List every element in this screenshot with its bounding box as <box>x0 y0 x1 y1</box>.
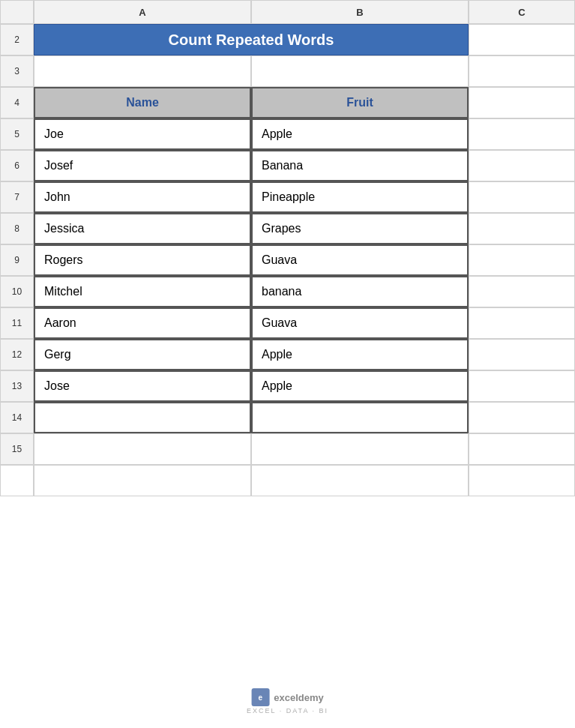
cell-rest-14 <box>469 402 575 433</box>
cell-name-5: Joe <box>34 118 251 150</box>
cell-rest-3 <box>469 55 575 87</box>
row-header-2: 2 <box>0 24 34 55</box>
row-header-13: 13 <box>0 370 34 402</box>
watermark-logo: e exceldemy <box>251 688 324 706</box>
cell-rest-12 <box>469 339 575 370</box>
cell-name-8: Jessica <box>34 213 251 244</box>
row-header-9: 9 <box>0 244 34 276</box>
watermark-icon: e <box>251 688 269 706</box>
cell-fruit-8: Grapes <box>251 213 469 244</box>
cell-fruit-14 <box>251 402 469 433</box>
cell-name-11: Aaron <box>34 307 251 339</box>
watermark-sub: EXCEL · DATA · BI <box>247 707 328 715</box>
cell-rest-15 <box>469 433 575 465</box>
row-header-5: 5 <box>0 118 34 150</box>
cell-rest-6 <box>469 150 575 181</box>
cell-rest-8 <box>469 213 575 244</box>
row-header-8: 8 <box>0 213 34 244</box>
col-header-a: A <box>34 0 251 24</box>
row-header-10: 10 <box>0 276 34 307</box>
cell-b15 <box>34 433 251 465</box>
row-header-6: 6 <box>0 150 34 181</box>
cell-fruit-9: Guava <box>251 244 469 276</box>
corner-header <box>0 0 34 24</box>
table-header-name: Name <box>34 87 251 118</box>
cell-fruit-7: Pineapple <box>251 181 469 213</box>
cell-name-14 <box>34 402 251 433</box>
row-header-7: 7 <box>0 181 34 213</box>
cell-rest-10 <box>469 276 575 307</box>
row-header-3: 3 <box>0 55 34 87</box>
cell-fruit-13: Apple <box>251 370 469 402</box>
cell-rest-13 <box>469 370 575 402</box>
cell-fruit-5: Apple <box>251 118 469 150</box>
cell-extra-b <box>34 465 251 496</box>
cell-name-13: Jose <box>34 370 251 402</box>
cell-extra-rest <box>469 465 575 496</box>
watermark-text: exceldemy <box>274 692 324 703</box>
row-header-15: 15 <box>0 433 34 465</box>
cell-rest-11 <box>469 307 575 339</box>
cell-name-6: Josef <box>34 150 251 181</box>
cell-fruit-10: banana <box>251 276 469 307</box>
cell-rest-4 <box>469 87 575 118</box>
cell-rest-5 <box>469 118 575 150</box>
cell-name-10: Mitchel <box>34 276 251 307</box>
row-header-14: 14 <box>0 402 34 433</box>
cell-name-7: John <box>34 181 251 213</box>
cell-fruit-12: Apple <box>251 339 469 370</box>
cell-fruit-11: Guava <box>251 307 469 339</box>
row-header-extra <box>0 465 34 496</box>
cell-name-9: Rogers <box>34 244 251 276</box>
grid: A B C 2 Count Repeated Words 3 4 Name Fr… <box>0 0 575 728</box>
watermark: e exceldemy EXCEL · DATA · BI <box>247 688 328 715</box>
cell-rest-2 <box>469 24 575 55</box>
row-header-4: 4 <box>0 87 34 118</box>
cell-rest-9 <box>469 244 575 276</box>
cell-name-12: Gerg <box>34 339 251 370</box>
cell-c3 <box>251 55 469 87</box>
table-header-fruit: Fruit <box>251 87 469 118</box>
cell-extra-c <box>251 465 469 496</box>
row-header-11: 11 <box>0 307 34 339</box>
cell-fruit-6: Banana <box>251 150 469 181</box>
spreadsheet: A B C 2 Count Repeated Words 3 4 Name Fr… <box>0 0 575 728</box>
col-header-b: B <box>251 0 469 24</box>
cell-c15 <box>251 433 469 465</box>
cell-b3 <box>34 55 251 87</box>
cell-rest-7 <box>469 181 575 213</box>
row-header-12: 12 <box>0 339 34 370</box>
col-header-c: C <box>469 0 575 24</box>
title-cell: Count Repeated Words <box>34 24 469 55</box>
